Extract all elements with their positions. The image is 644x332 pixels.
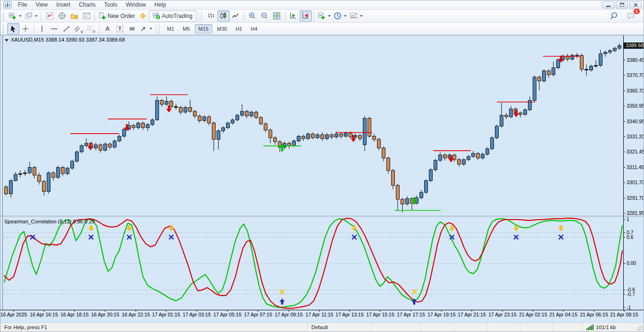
menu-view[interactable]: View <box>31 1 52 9</box>
timeframe-m15[interactable]: M15 <box>195 24 212 34</box>
candle-body <box>604 52 607 54</box>
autotrading-label: AutoTrading <box>162 13 192 19</box>
candle-body <box>104 144 107 150</box>
autotrading-icon <box>152 12 160 20</box>
time-scale-label: 17 Apr 09:15 <box>275 312 303 317</box>
auto-scroll-button[interactable] <box>287 10 300 22</box>
restore-icon <box>620 3 624 7</box>
indicators-button[interactable] <box>316 10 332 22</box>
candle-body <box>250 112 253 116</box>
horizontal-line-tool-button[interactable] <box>48 23 60 34</box>
crosshair-icon <box>22 25 29 33</box>
profiles-button[interactable] <box>23 10 39 22</box>
candle-body <box>208 117 211 123</box>
tile-windows-button[interactable] <box>271 10 283 22</box>
autotrading-button[interactable]: AutoTrading <box>149 10 196 22</box>
main-chart-plot-area[interactable] <box>3 35 623 216</box>
status-cell-4 <box>487 323 520 332</box>
chart-shift-button[interactable] <box>300 10 312 22</box>
dropdown-arrow-icon <box>35 15 38 17</box>
chart-bars-button[interactable] <box>205 10 217 22</box>
tile-windows-icon <box>273 12 281 20</box>
menu-insert[interactable]: Insert <box>52 1 75 9</box>
candle-body <box>321 135 324 139</box>
menu-file[interactable]: File <box>14 1 31 9</box>
candle-body <box>458 160 461 164</box>
indicator-plot-area[interactable] <box>3 218 623 310</box>
new-order-label: New Order <box>108 13 135 19</box>
shapes-tool-button[interactable] <box>126 23 138 34</box>
indicator-scale-label: 0.00 <box>627 261 636 266</box>
candle-body <box>160 101 164 104</box>
vertical-line-tool-button[interactable] <box>36 23 48 34</box>
arrows-tool-button[interactable] <box>138 23 154 34</box>
minimize-button[interactable] <box>602 1 614 9</box>
candle-body <box>349 133 352 137</box>
label-tool-glyph: T <box>117 26 124 32</box>
indicator-scale-label: 0.6 <box>627 234 634 240</box>
candles-chart-icon <box>219 12 227 20</box>
new-chart-button[interactable] <box>7 10 23 22</box>
menu-charts[interactable]: Charts <box>75 1 100 9</box>
candle-body <box>24 173 27 174</box>
time-scale-label: 16 Apr 2025 <box>0 312 27 317</box>
terminal-panel-button[interactable] <box>80 10 92 22</box>
timeframe-m30[interactable]: M30 <box>213 24 231 34</box>
dropdown-arrow-icon <box>344 15 347 17</box>
status-help-text: For Help, press F1 <box>0 323 307 332</box>
toolbar-grip[interactable] <box>201 12 203 20</box>
close-button[interactable] <box>629 1 642 9</box>
profiles-icon <box>25 12 33 20</box>
resize-grip[interactable] <box>635 323 644 332</box>
terminal-window: File View Insert Charts Tools Window Hel… <box>0 0 644 332</box>
menu-help[interactable]: Help <box>150 1 170 9</box>
price-scale-label: 3281.95 <box>627 211 644 216</box>
equidistant-channel-tool-button[interactable]: E <box>73 23 85 34</box>
timeframe-m5[interactable]: M5 <box>179 24 193 34</box>
toolbar-grip[interactable] <box>159 25 161 33</box>
connection-kb-text: 101/1 kb <box>596 324 616 330</box>
periods-button[interactable] <box>332 10 348 22</box>
search-button[interactable] <box>608 10 620 22</box>
navigator-button[interactable] <box>68 10 80 22</box>
menu-window[interactable]: Window <box>122 1 151 9</box>
chart-line-button[interactable] <box>230 10 242 22</box>
status-cell-3 <box>454 323 487 332</box>
candle-body <box>146 125 150 128</box>
toolbar-separator <box>33 24 34 34</box>
candle-body <box>363 119 367 145</box>
candle-body <box>297 136 301 141</box>
text-label-tool-button[interactable]: T <box>114 23 126 34</box>
trendline-tool-button[interactable] <box>60 23 73 34</box>
candle-body <box>179 108 183 112</box>
timeframe-h4[interactable]: H4 <box>247 24 261 34</box>
timeframe-h1[interactable]: H1 <box>232 24 246 34</box>
status-cell-1 <box>371 323 421 332</box>
text-tool-button[interactable]: A <box>101 23 114 34</box>
candle-body <box>387 158 390 170</box>
metaeditor-button[interactable] <box>136 10 149 22</box>
templates-button[interactable] <box>348 10 364 22</box>
candle-body <box>472 153 475 157</box>
fibonacci-tool-button[interactable]: F <box>85 23 97 34</box>
timeframe-m1[interactable]: M1 <box>163 24 178 34</box>
time-scale-label: 17 Apr 19:15 <box>427 312 456 317</box>
toolbar-grip[interactable] <box>3 12 5 20</box>
zoom-in-button[interactable] <box>246 10 259 22</box>
status-profile[interactable]: Default <box>307 323 371 332</box>
candle-body <box>467 157 470 160</box>
candle-body <box>425 181 428 193</box>
notifications-button[interactable]: 1 <box>625 10 637 22</box>
menu-tools[interactable]: Tools <box>100 1 122 9</box>
candle-body <box>269 130 272 138</box>
zoom-out-button[interactable] <box>259 10 271 22</box>
crosshair-tool-button[interactable] <box>19 23 32 34</box>
cursor-tool-button[interactable] <box>7 23 19 34</box>
shapes-icon <box>128 25 136 33</box>
chart-candles-button[interactable] <box>217 10 230 22</box>
market-watch-button[interactable] <box>43 10 56 22</box>
new-order-button[interactable]: New Order <box>97 10 136 22</box>
data-window-button[interactable] <box>56 10 68 22</box>
restore-button[interactable] <box>616 1 628 9</box>
toolbar-grip[interactable] <box>3 25 5 33</box>
